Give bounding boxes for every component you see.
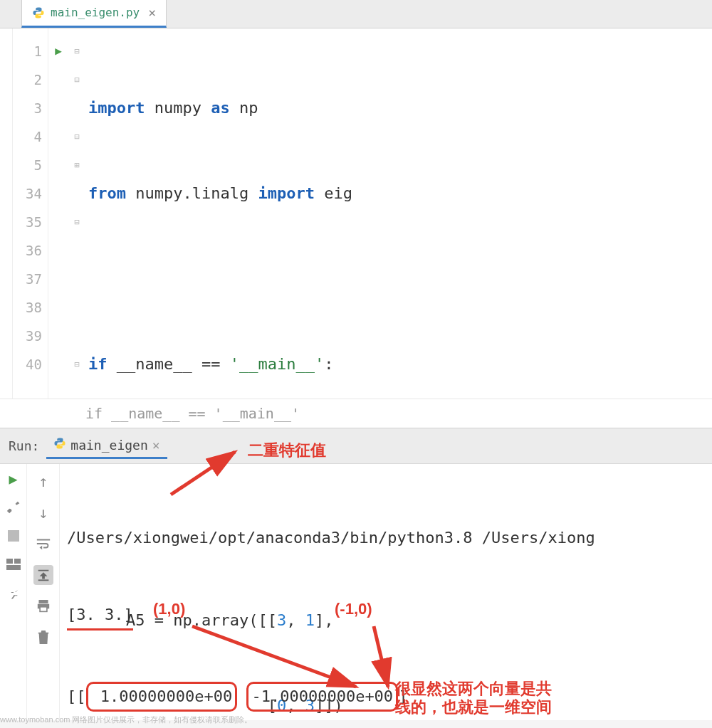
- pin-icon[interactable]: [6, 585, 21, 601]
- eigenvector1-box: 1.00000000e+00: [86, 682, 238, 712]
- svg-rect-1: [6, 559, 13, 564]
- fold-icon[interactable]: ⊟: [68, 37, 85, 65]
- svg-rect-7: [40, 607, 47, 612]
- fold-icon[interactable]: ⊟: [68, 65, 85, 94]
- close-tab-icon[interactable]: ×: [148, 5, 156, 20]
- run-panel-header: Run: main_eigen ×: [0, 428, 712, 464]
- run-tab[interactable]: main_eigen ×: [46, 433, 167, 459]
- fold-icon[interactable]: ⊟: [68, 208, 85, 236]
- layout-icon[interactable]: [6, 556, 21, 572]
- run-console-panel: ▶ ↑ ↓ /Users/xiongwei/opt/anaconda3/bin/: [0, 464, 712, 720]
- svg-rect-0: [8, 530, 19, 542]
- wrench-icon[interactable]: [6, 500, 21, 515]
- python-file-icon: [32, 6, 45, 19]
- svg-rect-3: [6, 565, 21, 570]
- svg-rect-2: [14, 559, 21, 564]
- run-toolbar-left: ▶: [0, 464, 27, 720]
- editor-tab[interactable]: main_eigen.py ×: [21, 0, 167, 28]
- code-editor: 1 2 3 4 5 34 35 36 37 38 39 40 ▶ ⊟ ⊟ ⊟ ⊞…: [0, 28, 712, 399]
- eigenvalues-output: [3. 3.]: [67, 602, 133, 631]
- stop-icon[interactable]: [6, 528, 21, 544]
- close-run-tab-icon[interactable]: ×: [152, 438, 160, 453]
- fold-icon[interactable]: ⊟: [68, 122, 85, 151]
- console-output[interactable]: /Users/xiongwei/opt/anaconda3/bin/python…: [60, 464, 712, 720]
- tab-filename: main_eigen.py: [51, 6, 140, 19]
- interpreter-path: /Users/xiongwei/opt/anaconda3/bin/python…: [67, 525, 705, 551]
- run-toolbar-right: ↑ ↓: [27, 464, 60, 720]
- fold-icon[interactable]: ⊟: [68, 350, 85, 379]
- fold-gutter: ⊟ ⊟ ⊟ ⊞ ⊟ ⊟: [68, 28, 85, 399]
- python-file-icon: [53, 437, 66, 453]
- wrap-icon[interactable]: [33, 534, 53, 554]
- print-icon[interactable]: [33, 596, 53, 616]
- run-label: Run:: [9, 438, 39, 453]
- scroll-end-icon[interactable]: [33, 565, 53, 585]
- arrow-down-icon[interactable]: ↓: [33, 502, 53, 522]
- rerun-icon[interactable]: ▶: [6, 471, 21, 487]
- expand-icon[interactable]: ⊞: [68, 151, 85, 179]
- arrow-up-icon[interactable]: ↑: [33, 471, 53, 491]
- svg-rect-4: [38, 579, 48, 581]
- line-gutter: 1 2 3 4 5 34 35 36 37 38 39 40: [13, 28, 48, 399]
- trash-icon[interactable]: [33, 628, 53, 648]
- eigenvector2-box: -1.00000000e+00: [246, 682, 398, 712]
- watermark: www.toymoban.com 网络图片仅供展示，非存储，如有侵权请联系删除。: [0, 714, 252, 725]
- code-area[interactable]: import numpy as np from numpy.linalg imp…: [85, 28, 712, 399]
- run-line-icon[interactable]: ▶: [48, 37, 68, 65]
- editor-tab-bar: main_eigen.py ×: [0, 0, 712, 28]
- run-gutter: ▶: [48, 28, 68, 399]
- svg-rect-5: [38, 600, 48, 603]
